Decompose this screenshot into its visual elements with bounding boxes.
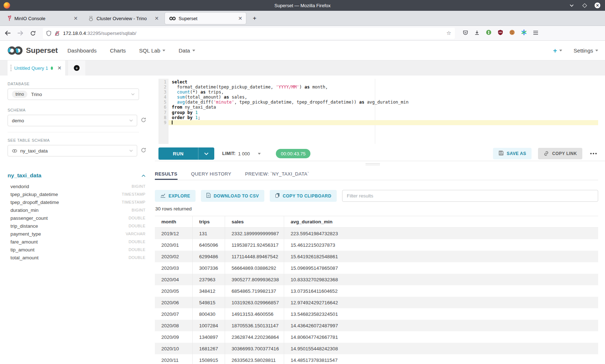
chevron-down-icon bbox=[129, 150, 133, 152]
new-tab-button[interactable]: + bbox=[250, 14, 259, 23]
collapse-table-icon[interactable] bbox=[142, 174, 145, 177]
table-row: 2020/0654981510319263.02996685712.974924… bbox=[155, 297, 598, 308]
new-object-button[interactable]: + bbox=[553, 47, 562, 54]
copy-to-clipboard-button[interactable]: COPY TO CLIPBOARD bbox=[270, 190, 337, 202]
chevron-down-icon bbox=[559, 50, 562, 51]
superset-favicon bbox=[169, 17, 176, 21]
column-header-avg_duration_min[interactable]: avg_duration_min bbox=[284, 216, 598, 227]
explore-button[interactable]: EXPLORE bbox=[155, 190, 196, 202]
database-label: DATABASE bbox=[8, 82, 146, 86]
minio-icon bbox=[7, 15, 12, 21]
schema-column: trip_distanceDOUBLE bbox=[8, 222, 145, 230]
column-header-month[interactable]: month bbox=[155, 216, 193, 227]
add-query-tab-button[interactable]: + bbox=[68, 60, 85, 76]
browser-tab-superset[interactable]: Superset ✕ bbox=[165, 13, 246, 24]
cookie-icon[interactable] bbox=[509, 29, 515, 37]
schema-label: SCHEMA bbox=[8, 108, 146, 113]
tab-preview-table[interactable]: PREVIEW: `NY_TAXI_DATA` bbox=[245, 168, 309, 180]
query-status-dot bbox=[51, 67, 53, 70]
shield-icon[interactable] bbox=[46, 31, 51, 36]
chevron-down-icon bbox=[131, 93, 135, 95]
limit-dropdown[interactable]: LIMIT: 1 000 bbox=[222, 151, 261, 156]
query-tab[interactable]: Untitled Query 1 ✕ bbox=[8, 60, 65, 76]
more-options-button[interactable] bbox=[589, 153, 598, 154]
url-text[interactable]: 172.18.0.4:32295/superset/sqllab/ bbox=[63, 31, 444, 36]
copy-icon bbox=[275, 193, 280, 199]
minimize-button[interactable] bbox=[568, 2, 575, 9]
rows-returned-text: 30 rows returned bbox=[155, 206, 192, 211]
code-line bbox=[169, 120, 598, 125]
tab-close-icon[interactable]: ✕ bbox=[154, 16, 159, 21]
nav-item-data[interactable]: Data bbox=[179, 47, 195, 54]
browser-tab-trino[interactable]: Cluster Overview - Trino ✕ bbox=[84, 11, 162, 26]
code-line: from ny_taxi_data bbox=[169, 105, 598, 110]
database-select[interactable]: trino Trino bbox=[8, 88, 139, 100]
tab-results[interactable]: RESULTS bbox=[155, 168, 178, 180]
schema-select[interactable]: demo bbox=[8, 115, 137, 126]
filter-results-input[interactable] bbox=[342, 190, 598, 202]
downloads-icon[interactable] bbox=[474, 30, 480, 37]
chevron-down-icon bbox=[258, 153, 261, 155]
run-button-group: RUN bbox=[158, 147, 214, 160]
superset-logo[interactable]: Superset bbox=[7, 46, 58, 55]
close-button[interactable]: ✕ bbox=[594, 2, 601, 9]
sql-editor[interactable]: 123456789 select format_datetime(tpep_pi… bbox=[158, 79, 598, 144]
code-line: sum(total_amount) as sales, bbox=[169, 95, 598, 100]
insecure-lock-icon[interactable] bbox=[54, 31, 60, 36]
extension-green-icon[interactable] bbox=[486, 29, 492, 37]
extension-asterisk-icon[interactable] bbox=[521, 29, 527, 37]
application-window: Superset — Mozilla Firefox ✕ MinIO Conso… bbox=[0, 0, 605, 364]
reload-button[interactable] bbox=[28, 28, 38, 38]
ublock-icon[interactable]: UO bbox=[498, 29, 503, 37]
chevron-down-icon bbox=[595, 50, 598, 51]
column-header-sales[interactable]: sales bbox=[225, 216, 284, 227]
run-options-button[interactable] bbox=[198, 147, 214, 160]
column-header-trips[interactable]: trips bbox=[193, 216, 225, 227]
query-tab-close-icon[interactable]: ✕ bbox=[57, 65, 62, 71]
url-bar[interactable]: 172.18.0.4:32295/superset/sqllab/ ☆ bbox=[43, 28, 455, 39]
table-row: 2020/042379633905277.809993623810.833327… bbox=[155, 274, 598, 285]
tab-close-icon[interactable]: ✕ bbox=[238, 16, 242, 21]
nav-item-dashboards[interactable]: Dashboards bbox=[67, 47, 97, 54]
nav-item-sqllab[interactable]: SQL Lab bbox=[139, 47, 165, 54]
run-button[interactable]: RUN bbox=[158, 147, 198, 160]
eye-icon bbox=[12, 149, 17, 153]
drag-grip-icon[interactable] bbox=[10, 65, 12, 71]
browser-tab-minio[interactable]: MinIO Console ✕ bbox=[3, 11, 81, 26]
pocket-icon[interactable] bbox=[463, 30, 468, 37]
download-csv-button[interactable]: DOWNLOAD TO CSV bbox=[201, 190, 264, 202]
refresh-table-icon[interactable] bbox=[141, 147, 146, 154]
save-icon bbox=[498, 150, 504, 157]
results-table-body: 2019/121312332.1899999999987223.59541984… bbox=[155, 228, 598, 364]
schema-column: duration_minBIGINT bbox=[8, 206, 145, 214]
code-line: group by 1 bbox=[169, 110, 598, 115]
results-table: monthtripssalesavg_duration_min 2019/121… bbox=[155, 216, 598, 364]
menu-hamburger-icon[interactable] bbox=[533, 30, 538, 36]
file-icon bbox=[206, 193, 211, 199]
forward-button[interactable] bbox=[15, 28, 25, 38]
nav-item-charts[interactable]: Charts bbox=[110, 47, 126, 54]
bookmark-star-icon[interactable]: ☆ bbox=[447, 30, 451, 36]
back-button[interactable] bbox=[3, 28, 13, 38]
tab-close-icon[interactable]: ✕ bbox=[73, 16, 78, 21]
settings-menu[interactable]: Settings bbox=[574, 47, 598, 54]
table-schema-label: SEE TABLE SCHEMA bbox=[8, 138, 146, 143]
table-select[interactable]: ny_taxi_data bbox=[8, 145, 137, 156]
trino-icon bbox=[88, 15, 94, 21]
browser-titlebar: Superset — Mozilla Firefox ✕ bbox=[0, 0, 605, 11]
editor-gutter: 123456789 bbox=[158, 79, 169, 144]
tab-query-history[interactable]: QUERY HISTORY bbox=[191, 168, 232, 180]
copy-link-button[interactable]: COPY LINK bbox=[538, 148, 582, 159]
query-tab-label: Untitled Query 1 bbox=[14, 65, 48, 71]
pane-resize-handle[interactable] bbox=[366, 163, 380, 166]
maximize-button[interactable] bbox=[581, 2, 588, 9]
run-toolbar: RUN LIMIT: 1 000 00:00:43.75 bbox=[158, 147, 598, 160]
save-as-button[interactable]: SAVE AS bbox=[493, 148, 532, 159]
refresh-schema-icon[interactable] bbox=[141, 117, 146, 124]
results-table-header: monthtripssalesavg_duration_min bbox=[155, 216, 598, 228]
results-tabbar: RESULTS QUERY HISTORY PREVIEW: `NY_TAXI_… bbox=[155, 168, 598, 180]
schema-column: tip_amountDOUBLE bbox=[8, 246, 145, 254]
brand-name: Superset bbox=[26, 46, 58, 55]
schema-column: payment_typeVARCHAR bbox=[8, 230, 145, 238]
code-line: avg(date_diff('minute', tpep_pickup_date… bbox=[169, 100, 598, 105]
